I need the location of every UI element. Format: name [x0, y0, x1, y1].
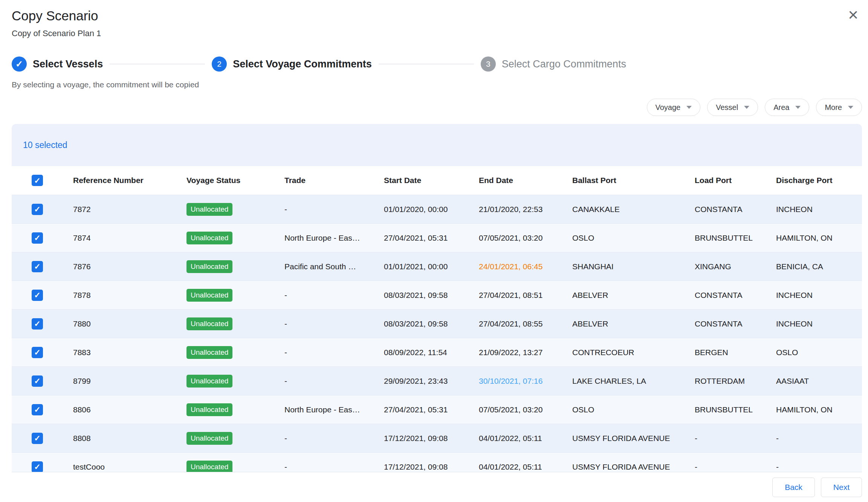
row-checkbox[interactable]: [32, 461, 43, 473]
row-checkbox[interactable]: [32, 347, 43, 358]
load-port-cell: -: [695, 462, 776, 471]
vessel-filter-label: Vessel: [716, 103, 738, 112]
step-number-2: 2: [212, 56, 227, 72]
ballast-port-cell: CANAKKALE: [572, 205, 695, 214]
load-port-cell: XINGANG: [695, 262, 776, 271]
trade-cell: Pacific and South …: [284, 262, 384, 271]
trade-cell: -: [284, 205, 384, 214]
table-row[interactable]: 7880 Unallocated - 08/03/2021, 09:58 27/…: [12, 310, 862, 338]
discharge-port-cell: HAMILTON, ON: [776, 233, 862, 243]
trade-cell: -: [284, 434, 384, 443]
more-filter-dropdown[interactable]: More: [816, 99, 862, 116]
status-badge: Unallocated: [186, 232, 232, 244]
next-button[interactable]: Next: [821, 478, 862, 497]
close-icon[interactable]: ×: [848, 6, 858, 23]
column-header-discharge-port: Discharge Port: [776, 176, 862, 185]
table-row[interactable]: 7874 Unallocated North Europe - Eas… 27/…: [12, 224, 862, 252]
step-select-voyage-commitments[interactable]: 2 Select Voyage Commitments: [212, 56, 372, 72]
trade-cell: -: [284, 291, 384, 300]
vessel-filter-dropdown[interactable]: Vessel: [707, 99, 758, 116]
column-header-ballast-port: Ballast Port: [572, 176, 695, 185]
row-checkbox[interactable]: [32, 261, 43, 272]
voyage-commitments-table: 10 selected Reference Number Voyage Stat…: [12, 124, 862, 472]
voyage-filter-dropdown[interactable]: Voyage: [647, 99, 701, 116]
start-date-cell: 08/03/2021, 09:58: [384, 319, 479, 328]
start-date-cell: 01/01/2020, 00:00: [384, 205, 479, 214]
start-date-cell: 29/09/2021, 23:43: [384, 377, 479, 386]
discharge-port-cell: INCHEON: [776, 291, 862, 300]
table-row[interactable]: 7883 Unallocated - 08/09/2022, 11:54 21/…: [12, 338, 862, 367]
end-date-cell: 21/09/2022, 13:27: [479, 348, 572, 357]
back-button[interactable]: Back: [772, 478, 815, 497]
load-port-cell: CONSTANTA: [695, 291, 776, 300]
ballast-port-cell: USMSY FLORIDA AVENUE: [572, 434, 695, 443]
step-select-vessels[interactable]: ✓ Select Vessels: [12, 56, 103, 72]
table-row[interactable]: 8799 Unallocated - 29/09/2021, 23:43 30/…: [12, 367, 862, 395]
ballast-port-cell: SHANGHAI: [572, 262, 695, 271]
stepper: ✓ Select Vessels 2 Select Voyage Commitm…: [12, 56, 626, 72]
reference-number-cell: 8806: [73, 405, 186, 414]
discharge-port-cell: INCHEON: [776, 319, 862, 328]
end-date-cell: 07/05/2021, 03:20: [479, 233, 572, 243]
modal-subtitle: Copy of Scenario Plan 1: [12, 29, 101, 38]
chevron-down-icon: [848, 106, 853, 109]
row-checkbox[interactable]: [32, 375, 43, 387]
table-row[interactable]: testCooo Unallocated - 17/12/2021, 09:08…: [12, 453, 862, 472]
column-header-reference-number: Reference Number: [73, 176, 186, 185]
table-row[interactable]: 7878 Unallocated - 08/03/2021, 09:58 27/…: [12, 281, 862, 310]
row-checkbox[interactable]: [32, 290, 43, 301]
load-port-cell: CONSTANTA: [695, 205, 776, 214]
more-filter-label: More: [825, 103, 842, 112]
column-header-load-port: Load Port: [695, 176, 776, 185]
ballast-port-cell: ABELVER: [572, 319, 695, 328]
step-label-select-voyage-commitments: Select Voyage Commitments: [233, 58, 372, 70]
status-badge: Unallocated: [186, 289, 232, 302]
status-badge: Unallocated: [186, 461, 232, 473]
select-all-checkbox[interactable]: [32, 175, 43, 186]
end-date-cell: 21/01/2020, 22:53: [479, 205, 572, 214]
column-header-start-date: Start Date: [384, 176, 479, 185]
table-row[interactable]: 8806 Unallocated North Europe - Eas… 27/…: [12, 395, 862, 424]
discharge-port-cell: HAMILTON, ON: [776, 405, 862, 414]
row-checkbox[interactable]: [32, 318, 43, 330]
area-filter-dropdown[interactable]: Area: [765, 99, 809, 116]
chevron-down-icon: [686, 106, 692, 109]
row-checkbox[interactable]: [32, 232, 43, 244]
discharge-port-cell: INCHEON: [776, 205, 862, 214]
end-date-cell: 27/04/2021, 08:55: [479, 319, 572, 328]
discharge-port-cell: -: [776, 434, 862, 443]
end-date-cell: 30/10/2021, 07:16: [479, 377, 572, 386]
voyage-filter-label: Voyage: [656, 103, 681, 112]
start-date-cell: 27/04/2021, 05:31: [384, 233, 479, 243]
chevron-down-icon: [795, 106, 801, 109]
ballast-port-cell: LAKE CHARLES, LA: [572, 377, 695, 386]
discharge-port-cell: BENICIA, CA: [776, 262, 862, 271]
status-badge: Unallocated: [186, 432, 232, 445]
table-row[interactable]: 8808 Unallocated - 17/12/2021, 09:08 04/…: [12, 424, 862, 453]
helper-text: By selecting a voyage, the commitment wi…: [12, 80, 199, 89]
reference-number-cell: 7872: [73, 205, 186, 214]
load-port-cell: ROTTERDAM: [695, 377, 776, 386]
start-date-cell: 08/09/2022, 11:54: [384, 348, 479, 357]
trade-cell: -: [284, 348, 384, 357]
reference-number-cell: 8799: [73, 377, 186, 386]
table-row[interactable]: 7876 Unallocated Pacific and South … 01/…: [12, 252, 862, 281]
table-row[interactable]: 7872 Unallocated - 01/01/2020, 00:00 21/…: [12, 195, 862, 224]
start-date-cell: 27/04/2021, 05:31: [384, 405, 479, 414]
ballast-port-cell: OSLO: [572, 405, 695, 414]
step-select-cargo-commitments[interactable]: 3 Select Cargo Commitments: [481, 56, 626, 72]
row-checkbox[interactable]: [32, 204, 43, 215]
filter-bar: Voyage Vessel Area More: [647, 99, 862, 116]
start-date-cell: 17/12/2021, 09:08: [384, 462, 479, 471]
ballast-port-cell: OSLO: [572, 233, 695, 243]
trade-cell: North Europe - Eas…: [284, 405, 384, 414]
copy-scenario-modal: Copy Scenario Copy of Scenario Plan 1 × …: [0, 0, 868, 502]
end-date-cell: 24/01/2021, 06:45: [479, 262, 572, 271]
row-checkbox[interactable]: [32, 433, 43, 444]
status-badge: Unallocated: [186, 317, 232, 330]
ballast-port-cell: CONTRECOEUR: [572, 348, 695, 357]
reference-number-cell: 8808: [73, 434, 186, 443]
check-icon: ✓: [12, 56, 27, 72]
row-checkbox[interactable]: [32, 404, 43, 415]
discharge-port-cell: AASIAAT: [776, 377, 862, 386]
